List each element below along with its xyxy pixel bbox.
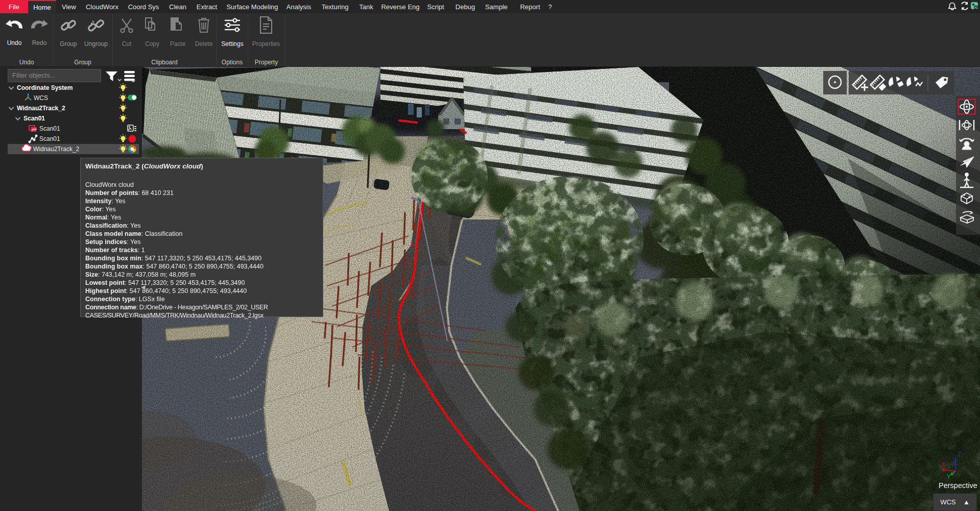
svg-text:X: X	[942, 461, 946, 468]
svg-text:Y: Y	[947, 473, 951, 480]
svg-text:Z: Z	[958, 451, 961, 458]
